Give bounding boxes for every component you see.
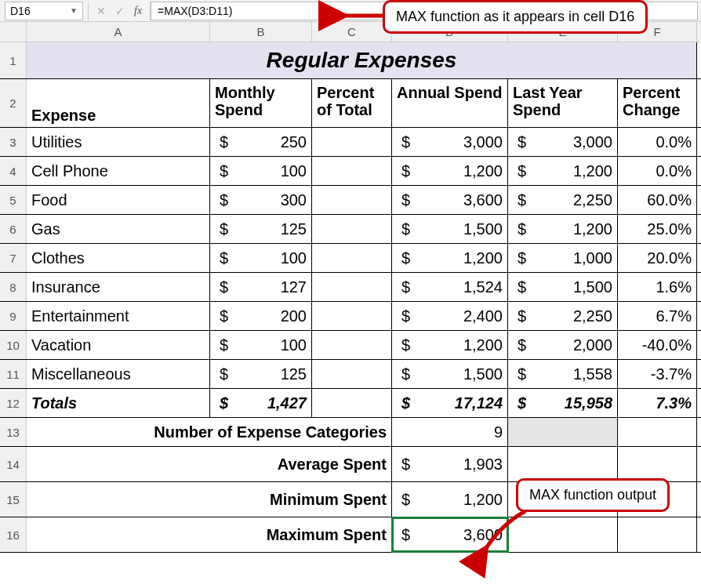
row-header[interactable]: 15 [0, 482, 27, 517]
cell-annual[interactable]: $3,600 [392, 186, 508, 214]
cell-expense[interactable]: Vacation [27, 331, 210, 359]
cell-last[interactable]: $3,000 [508, 128, 618, 156]
cell-monthly[interactable]: $100 [210, 157, 312, 185]
cell-last[interactable]: $2,000 [508, 331, 618, 359]
fx-icon[interactable]: fx [134, 5, 142, 17]
cell-annual[interactable]: $1,200 [392, 157, 508, 185]
cell-monthly[interactable]: $250 [210, 128, 312, 156]
totals-last[interactable]: $15,958 [508, 389, 618, 417]
cell-pct-total[interactable] [312, 128, 392, 156]
row-header-1[interactable]: 1 [0, 42, 27, 78]
cell-monthly[interactable]: $127 [210, 273, 312, 301]
cell-pct-total[interactable] [312, 360, 392, 388]
summary-label[interactable]: Minimum Spent [27, 482, 392, 517]
cell-expense[interactable]: Miscellaneous [27, 360, 210, 388]
header-expense[interactable]: Expense [27, 79, 210, 128]
enter-icon[interactable]: ✓ [115, 5, 125, 17]
summary-label[interactable]: Average Spent [27, 447, 392, 481]
cell-annual[interactable]: $1,200 [392, 331, 508, 359]
cell-monthly[interactable]: $125 [210, 215, 312, 243]
cell-pct-total[interactable] [312, 331, 392, 359]
cell-pct-change[interactable]: 20.0% [618, 244, 697, 272]
cell-pct-change[interactable]: -40.0% [618, 331, 697, 359]
row-header[interactable]: 6 [0, 215, 27, 243]
row-header[interactable]: 5 [0, 186, 27, 214]
header-percent-change[interactable]: Percent Change [618, 79, 697, 128]
cell-pct-total[interactable] [312, 157, 392, 185]
cell-annual[interactable]: $1,200 [392, 244, 508, 272]
cell-pct-change[interactable]: -3.7% [618, 360, 697, 388]
cell-annual[interactable]: $3,000 [392, 128, 508, 156]
cell-pct-total[interactable] [312, 302, 392, 330]
summary-label[interactable]: Maximum Spent [27, 517, 392, 552]
cell-pct-total[interactable] [312, 273, 392, 301]
cell-pct-total[interactable] [312, 215, 392, 243]
cell-pct-change[interactable]: 6.7% [618, 302, 697, 330]
totals-pct-change[interactable]: 7.3% [618, 389, 697, 417]
cell-last[interactable]: $1,500 [508, 273, 618, 301]
cell-last[interactable]: $2,250 [508, 302, 618, 330]
cell-last[interactable]: $1,200 [508, 215, 618, 243]
header-percent-total[interactable]: Percent of Total [312, 79, 392, 128]
totals-pct-total[interactable] [312, 389, 392, 417]
cell-empty-f[interactable] [618, 447, 697, 481]
cell-empty-f[interactable] [618, 517, 697, 552]
row-header[interactable]: 14 [0, 447, 27, 481]
cell-last[interactable]: $2,250 [508, 186, 618, 214]
cell-annual[interactable]: $2,400 [392, 302, 508, 330]
col-A[interactable]: A [27, 22, 210, 42]
name-box[interactable]: D16 ▼ [5, 2, 83, 20]
cell-monthly[interactable]: $100 [210, 331, 312, 359]
cell-empty-e[interactable] [508, 418, 618, 446]
summary-value[interactable]: $1,903 [392, 447, 508, 481]
name-box-dropdown-icon[interactable]: ▼ [70, 6, 78, 15]
header-monthly[interactable]: Monthly Spend [210, 79, 312, 128]
row-header-12[interactable]: 12 [0, 389, 27, 417]
cell-expense[interactable]: Entertainment [27, 302, 210, 330]
row-header[interactable]: 3 [0, 128, 27, 156]
cell-monthly[interactable]: $300 [210, 186, 312, 214]
cell-last[interactable]: $1,558 [508, 360, 618, 388]
totals-label[interactable]: Totals [27, 389, 210, 417]
cell-last[interactable]: $1,200 [508, 157, 618, 185]
cell-pct-change[interactable]: 0.0% [618, 128, 697, 156]
select-all-corner[interactable] [0, 22, 27, 42]
totals-annual[interactable]: $17,124 [392, 389, 508, 417]
cell-monthly[interactable]: $200 [210, 302, 312, 330]
cell-last[interactable]: $1,000 [508, 244, 618, 272]
cell-pct-total[interactable] [312, 244, 392, 272]
cancel-icon[interactable]: ✕ [96, 5, 106, 17]
cell-expense[interactable]: Clothes [27, 244, 210, 272]
summary-value[interactable]: 9 [392, 418, 508, 446]
header-last-year[interactable]: Last Year Spend [508, 79, 618, 128]
cell-expense[interactable]: Gas [27, 215, 210, 243]
cell-pct-total[interactable] [312, 186, 392, 214]
row-header[interactable]: 13 [0, 418, 27, 446]
summary-label[interactable]: Number of Expense Categories [27, 418, 392, 446]
row-header[interactable]: 7 [0, 244, 27, 272]
cell-monthly[interactable]: $125 [210, 360, 312, 388]
cell-monthly[interactable]: $100 [210, 244, 312, 272]
cell-annual[interactable]: $1,500 [392, 215, 508, 243]
cell-pct-change[interactable]: 60.0% [618, 186, 697, 214]
cell-annual[interactable]: $1,524 [392, 273, 508, 301]
col-B[interactable]: B [210, 22, 312, 42]
row-header[interactable]: 10 [0, 331, 27, 359]
row-header[interactable]: 11 [0, 360, 27, 388]
row-header[interactable]: 9 [0, 302, 27, 330]
cell-expense[interactable]: Cell Phone [27, 157, 210, 185]
row-header-2[interactable]: 2 [0, 79, 27, 127]
header-annual[interactable]: Annual Spend [392, 79, 508, 128]
cell-pct-change[interactable]: 0.0% [618, 157, 697, 185]
cell-empty-f[interactable] [618, 418, 697, 446]
row-header[interactable]: 4 [0, 157, 27, 185]
row-header[interactable]: 16 [0, 517, 27, 552]
row-header[interactable]: 8 [0, 273, 27, 301]
cell-pct-change[interactable]: 25.0% [618, 215, 697, 243]
cell-expense[interactable]: Utilities [27, 128, 210, 156]
sheet-title[interactable]: Regular Expenses [27, 42, 697, 78]
cell-empty-e[interactable] [508, 447, 618, 481]
cell-expense[interactable]: Food [27, 186, 210, 214]
cell-expense[interactable]: Insurance [27, 273, 210, 301]
cell-annual[interactable]: $1,500 [392, 360, 508, 388]
